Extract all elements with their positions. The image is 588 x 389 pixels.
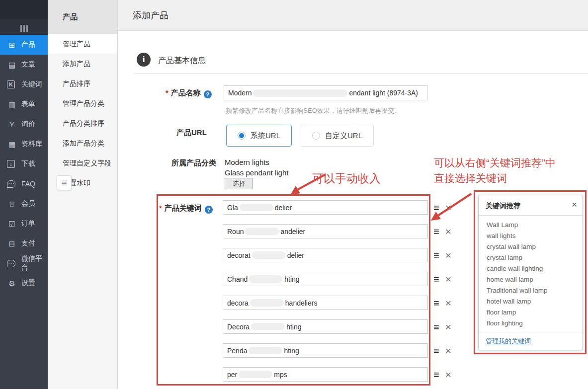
submenu-item-label: 管理产品分类	[63, 99, 104, 107]
recommended-keyword[interactable]: wall lights	[487, 231, 583, 241]
product-name-helper: -频繁修改产品名称直接影响SEO效果，请仔细斟酌后再提交。	[224, 106, 401, 115]
sidebar-item[interactable]: ⋯ FAQ	[0, 174, 48, 194]
drag-handle-icon[interactable]: ≡	[433, 322, 439, 332]
products-grid-icon: ⊞	[7, 41, 17, 49]
sidebar-item-label: 文章	[21, 60, 35, 69]
primary-sidebar: ⊞ 产品 ▤ 文章 K 关键词 ▥ 表单	[0, 0, 48, 389]
payment-icon: ⊟	[7, 240, 17, 247]
drag-handle-icon[interactable]: ≡	[433, 370, 439, 380]
submenu-item[interactable]: 管理产品	[48, 34, 117, 54]
url-radio-option[interactable]: 自定义URL	[301, 125, 374, 147]
sidebar-item[interactable]: ⊟ 支付	[0, 233, 48, 253]
url-radio-option[interactable]: 系统URL	[226, 125, 292, 147]
drag-handle-icon[interactable]: ≡	[433, 227, 439, 236]
sidebar-item[interactable]: ⋯ 微信平台	[0, 253, 48, 273]
keyword-input[interactable]: decorat delier	[223, 248, 428, 262]
product-name-input[interactable]: Modern endant light (8974-3A)	[224, 85, 427, 100]
keyword-input[interactable]: per mps	[223, 367, 428, 382]
recommended-keyword[interactable]: hotel wall lamp	[487, 296, 583, 307]
keyword-input[interactable]: Chand hting	[223, 272, 428, 286]
redacted-text	[245, 228, 279, 235]
drag-handle-icon[interactable]: ≡	[433, 298, 439, 308]
sidebar-item[interactable]: ▥ 表单	[0, 94, 48, 114]
remove-keyword-icon[interactable]: ×	[445, 369, 451, 380]
recommended-keyword[interactable]: Wall Lamp	[487, 220, 583, 231]
radio-icon	[312, 132, 320, 140]
section-title: 产品基本信息	[158, 56, 206, 66]
keyword-row: decora handeliers ≡ ×	[223, 296, 451, 310]
help-icon[interactable]: ?	[205, 206, 213, 214]
help-icon[interactable]: ?	[204, 90, 212, 98]
download-icon: ↓	[7, 160, 15, 168]
recommended-keywords-list: Wall Lamp wall lights crystal wall lamp …	[479, 216, 583, 332]
sidebar-item[interactable]: ⊞ 产品	[0, 35, 48, 55]
submenu-item[interactable]: 管理产品分类	[48, 93, 117, 113]
sidebar-logo-area	[0, 0, 48, 19]
sidebar-item[interactable]: ▦ 资料库	[0, 134, 48, 154]
submenu-item-label: 产品排序	[63, 79, 90, 87]
drag-handle-icon[interactable]: ≡	[433, 274, 439, 284]
sidebar-item-label: 表单	[21, 100, 35, 109]
sidebar-item-label: 会员	[21, 199, 35, 208]
settings-icon: ⚙	[7, 280, 17, 287]
sidebar-item[interactable]: ↓ 下载	[0, 154, 48, 174]
recommended-keyword[interactable]: candle wall lighting	[487, 263, 583, 274]
sidebar-item[interactable]: ¥ 询价	[0, 114, 48, 134]
wechat-icon: ⋯	[7, 260, 15, 267]
recommended-keyword[interactable]: home wall lamp	[487, 274, 583, 285]
form-icon: ▥	[7, 101, 17, 108]
remove-keyword-icon[interactable]: ×	[445, 321, 451, 332]
drag-handle-icon[interactable]: ≡	[433, 346, 439, 356]
keyword-input[interactable]: Penda hting	[223, 343, 428, 358]
keyword-row: Decora hting ≡ ×	[223, 319, 451, 334]
choose-category-button[interactable]: 选择	[225, 178, 253, 189]
remove-keyword-icon[interactable]: ×	[445, 202, 451, 213]
sidebar-item[interactable]: K 关键词	[0, 75, 48, 94]
submenu-fold-button[interactable]: ≣	[57, 175, 72, 190]
drag-handle-icon[interactable]: ≡	[433, 250, 439, 260]
remove-keyword-icon[interactable]: ×	[445, 226, 451, 236]
sidebar-item[interactable]: ☑ 订单	[0, 214, 48, 233]
keyword-input[interactable]: Roun andelier	[223, 224, 428, 238]
remove-keyword-icon[interactable]: ×	[445, 345, 451, 356]
radio-label: 自定义URL	[325, 131, 362, 141]
sidebar-item-label: 订单	[21, 219, 35, 228]
drag-handle-icon[interactable]: ≡	[433, 203, 439, 213]
keyword-input[interactable]: Gla delier	[223, 200, 428, 215]
required-asterisk: *	[166, 88, 168, 97]
submenu-item-label: 产品分类排序	[63, 119, 104, 127]
category-value: Glass pendant light	[225, 167, 288, 178]
recommended-keyword[interactable]: Traditional wall lamp	[487, 285, 583, 296]
manage-keywords-link[interactable]: 管理我的关键词	[486, 337, 531, 345]
recommended-keyword[interactable]: floor lighting	[487, 318, 583, 329]
category-label: 所属产品分类	[171, 158, 216, 168]
sidebar-item-label: 询价	[21, 120, 35, 129]
close-icon[interactable]: ×	[572, 199, 577, 210]
panel-footer: 管理我的关键词	[479, 332, 583, 350]
annotation-panel-hint: 可以从右侧“关键词推荐”中 直接选择关键词	[434, 155, 556, 186]
remove-keyword-icon[interactable]: ×	[445, 250, 451, 260]
keyword-input[interactable]: Decora hting	[223, 319, 428, 334]
remove-keyword-icon[interactable]: ×	[445, 274, 451, 284]
keyword-row: per mps ≡ ×	[223, 367, 451, 382]
recommended-keyword[interactable]: crystal wall lamp	[487, 241, 583, 252]
submenu-item-label: 添加产品	[63, 60, 90, 68]
submenu-item[interactable]: 产品排序	[48, 74, 117, 93]
sidebar-item-label: 产品	[21, 40, 35, 49]
recommended-keyword[interactable]: crystal lamp	[487, 252, 583, 263]
keywords-label: *产品关键词?	[159, 204, 213, 214]
redacted-text	[253, 89, 347, 97]
keyword-input[interactable]: decora handeliers	[223, 296, 428, 310]
sidebar-item[interactable]: ⚙ 设置	[0, 273, 48, 293]
submenu-item[interactable]: 管理自定义字段	[48, 153, 117, 173]
redacted-text	[250, 299, 284, 307]
sidebar-item[interactable]: ▤ 文章	[0, 55, 48, 75]
submenu-item[interactable]: 添加产品分类	[48, 133, 117, 153]
sidebar-item[interactable]: ♕ 会员	[0, 194, 48, 214]
remove-keyword-icon[interactable]: ×	[445, 298, 451, 308]
redacted-text	[252, 251, 286, 259]
recommended-keyword[interactable]: floor lamp	[487, 307, 583, 318]
category-values: Modern lights Glass pendant light	[225, 157, 288, 178]
submenu-item[interactable]: 产品分类排序	[48, 113, 117, 133]
submenu-item[interactable]: 添加产品	[48, 54, 117, 74]
